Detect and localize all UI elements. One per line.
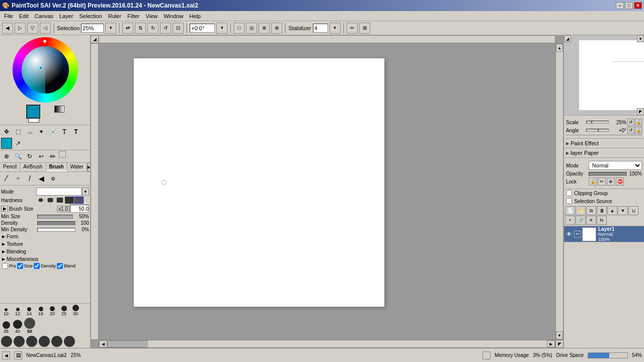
menu-filter[interactable]: Filter: [124, 12, 142, 20]
scale-reset[interactable]: ↺: [627, 119, 634, 126]
fg-color-swatch[interactable]: [26, 105, 40, 119]
scale-slider[interactable]: [586, 121, 609, 124]
angle-reset[interactable]: ↺: [627, 127, 634, 134]
preview-corner-tl[interactable]: ◢: [564, 35, 571, 42]
status-corner[interactable]: ◀: [2, 351, 10, 359]
color-swatch-small[interactable]: [1, 138, 12, 149]
size-check[interactable]: Size: [17, 263, 33, 269]
tool-rotate[interactable]: ↻: [24, 151, 35, 162]
status-scroll[interactable]: [482, 351, 491, 359]
sub-brush-2[interactable]: ⌗: [13, 173, 24, 184]
menu-help[interactable]: Help: [186, 12, 204, 20]
stab-down[interactable]: ▼: [330, 23, 341, 34]
swap-colors-btn[interactable]: [54, 106, 64, 113]
density-slider[interactable]: [37, 221, 75, 225]
tablet-btn[interactable]: ⊞: [359, 23, 370, 34]
window-controls[interactable]: – □ ✕: [616, 2, 642, 9]
section-texture[interactable]: ▶ Texture: [1, 241, 89, 247]
blend-checkbox[interactable]: [57, 263, 63, 269]
stabilizer-input[interactable]: [313, 24, 328, 33]
scroll-thumb-h[interactable]: [107, 340, 147, 347]
white-canvas[interactable]: [134, 58, 384, 307]
scroll-right-down[interactable]: ▼: [556, 331, 563, 339]
lock-icon-1[interactable]: 🔒: [589, 177, 597, 186]
layer-delete[interactable]: 🗑: [597, 206, 607, 215]
tool-text[interactable]: T: [70, 126, 82, 137]
t3[interactable]: ⊕: [259, 23, 270, 34]
preview-corner-tr[interactable]: ▼: [637, 35, 644, 42]
hard-btn-2[interactable]: [48, 198, 53, 202]
blend-check[interactable]: Blend: [57, 263, 75, 269]
corner-br[interactable]: ◤: [555, 340, 564, 348]
maximize-button[interactable]: □: [625, 2, 633, 9]
layer-item-1[interactable]: 👁 ✏ Layer1 Normal 100%: [564, 226, 644, 242]
tool-pen[interactable]: ✏: [47, 151, 58, 162]
selection-source-checkbox[interactable]: [566, 198, 572, 204]
preset-large-2[interactable]: [14, 336, 25, 347]
sub-brush-3[interactable]: /: [24, 173, 35, 184]
hard-btn-5[interactable]: [74, 197, 84, 204]
zoom-down[interactable]: ▼: [105, 23, 116, 34]
scroll-bot-right[interactable]: ▶: [547, 340, 555, 347]
scroll-bot-left[interactable]: ◀: [99, 340, 107, 347]
tab-scroll-right[interactable]: ▶: [87, 163, 91, 171]
pen-icon-btn[interactable]: ✏: [347, 23, 358, 34]
close-button[interactable]: ✕: [634, 2, 642, 9]
min-size-slider[interactable]: [37, 215, 73, 219]
angle-slider[interactable]: [586, 129, 609, 132]
t2[interactable]: ◎: [246, 23, 257, 34]
brush-size-arrow[interactable]: ▶: [1, 206, 8, 212]
angle-input[interactable]: [190, 24, 215, 33]
preset-30[interactable]: 30: [70, 305, 80, 316]
canvas-area[interactable]: ◢ ▲ ▼ ◀ ▶ ◤: [91, 35, 564, 348]
color-wheel-container[interactable]: [13, 37, 78, 103]
layer-duplicate[interactable]: ⧉: [586, 206, 596, 215]
layer-paper-header[interactable]: ▶ layer Paper: [564, 148, 644, 157]
menu-layer[interactable]: Layer: [56, 12, 76, 20]
menu-window[interactable]: Window: [160, 12, 186, 20]
preset-14[interactable]: 14: [24, 307, 34, 316]
density-check[interactable]: Density: [34, 263, 56, 269]
corner-tl[interactable]: ◢: [91, 35, 99, 43]
tool-select-lasso[interactable]: ⌓: [24, 126, 35, 137]
toolbar-btn-3[interactable]: ▽: [27, 23, 38, 34]
preset-50[interactable]: 50: [24, 318, 35, 334]
toolbar-btn-2[interactable]: ▷: [15, 23, 26, 34]
tab-pencil[interactable]: Pencil: [0, 163, 20, 171]
preset-12[interactable]: 12: [13, 308, 23, 316]
rotate-cw[interactable]: ↻: [147, 23, 158, 34]
menu-file[interactable]: File: [1, 12, 16, 20]
scroll-right-up[interactable]: ▲: [556, 44, 563, 52]
min-density-slider[interactable]: [37, 228, 75, 232]
menu-selection[interactable]: Selection: [76, 12, 105, 20]
hard-btn-3[interactable]: [57, 198, 63, 203]
preset-large-3[interactable]: [26, 336, 37, 347]
layer-up[interactable]: ▲: [607, 206, 617, 215]
flip-v[interactable]: ⇅: [135, 23, 146, 34]
reset-view[interactable]: ⊡: [173, 23, 184, 34]
preview-corner-br[interactable]: ◤: [637, 108, 644, 115]
minimize-button[interactable]: –: [616, 2, 624, 9]
size-checkbox[interactable]: [17, 263, 23, 269]
tool-small-sq[interactable]: [59, 151, 66, 158]
menu-view[interactable]: View: [143, 12, 161, 20]
flip-h[interactable]: ⇄: [122, 23, 133, 34]
preset-25[interactable]: 25: [59, 306, 69, 316]
sub-brush-1[interactable]: ∕: [1, 173, 12, 184]
preset-large-4[interactable]: [39, 336, 50, 347]
tab-water[interactable]: Water: [67, 163, 87, 171]
layer-merge[interactable]: ⊔: [628, 206, 638, 215]
mode-lp-select[interactable]: Normal: [589, 161, 642, 170]
menu-edit[interactable]: Edit: [16, 12, 32, 20]
tool-undo-path[interactable]: ↩: [36, 151, 47, 162]
layer-down[interactable]: ▼: [618, 206, 628, 215]
preset-20[interactable]: 20: [47, 306, 57, 316]
preset-large-6[interactable]: [64, 336, 75, 347]
t4[interactable]: ⊗: [271, 23, 282, 34]
brush-size-input[interactable]: [70, 205, 89, 213]
prs-checkbox[interactable]: [2, 263, 8, 269]
tab-airbrush[interactable]: AirBrush: [20, 163, 46, 171]
menu-ruler[interactable]: Ruler: [105, 12, 124, 20]
tab-brush[interactable]: Brush: [46, 163, 67, 171]
tool-magic-wand[interactable]: ✦: [36, 126, 47, 137]
